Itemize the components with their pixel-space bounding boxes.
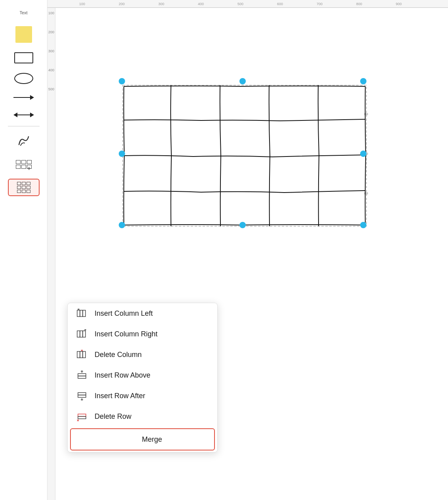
svg-text:700: 700 [317, 2, 323, 6]
ruler-label-400: 400 [48, 68, 54, 72]
ruler-left: 100 200 300 400 500 [47, 8, 55, 500]
sticky-note-icon [15, 26, 32, 43]
svg-text:400: 400 [198, 2, 204, 6]
ruler-label-300: 300 [48, 49, 54, 53]
svg-rect-31 [78, 395, 86, 397]
delete-row-icon [76, 410, 88, 423]
menu-item-delete-col[interactable]: Delete Column [68, 344, 217, 365]
canvas-content: Insert Column Left Insert Column Right [55, 8, 448, 500]
sidebar-item-ellipse[interactable] [8, 71, 40, 86]
delete-col-label: Delete Column [95, 351, 142, 359]
insert-col-left-label: Insert Column Left [95, 309, 153, 318]
svg-rect-34 [78, 414, 86, 416]
handle-bottom-left[interactable] [119, 222, 125, 228]
app-container: Text [0, 0, 448, 500]
svg-rect-30 [78, 393, 86, 395]
svg-rect-12 [80, 310, 83, 317]
svg-rect-11 [77, 310, 80, 317]
svg-rect-35 [78, 416, 86, 419]
svg-rect-18 [83, 331, 85, 337]
sidebar-item-grid-plus[interactable]: + [8, 155, 40, 174]
insert-row-after-icon [76, 389, 88, 402]
svg-rect-23 [83, 351, 85, 358]
svg-text:500: 500 [237, 2, 243, 6]
menu-item-insert-row-after[interactable]: Insert Row After [68, 385, 217, 406]
svg-text:600: 600 [277, 2, 283, 6]
handle-bottom-right[interactable] [360, 222, 366, 228]
insert-col-right-icon [76, 328, 88, 340]
sidebar-item-rect[interactable] [8, 50, 40, 66]
table-icon [17, 182, 30, 193]
ruler-label-100: 100 [48, 11, 54, 15]
sidebar-item-table[interactable] [8, 179, 40, 196]
svg-text:300: 300 [158, 2, 164, 6]
main-canvas[interactable]: 100 200 300 400 500 600 700 800 900 100 … [47, 0, 448, 500]
grid-plus-icon: + [17, 157, 31, 172]
double-arrow-icon [13, 111, 34, 119]
rect-icon [14, 52, 33, 63]
menu-item-delete-row[interactable]: Delete Row [68, 406, 217, 427]
handle-mid-left[interactable] [119, 151, 125, 157]
insert-row-above-label: Insert Row Above [95, 371, 150, 380]
delete-row-label: Delete Row [95, 412, 131, 421]
handle-mid-right[interactable] [360, 151, 366, 157]
insert-col-right-label: Insert Column Right [95, 330, 158, 338]
svg-rect-22 [80, 351, 83, 358]
sketch-table[interactable] [122, 84, 367, 227]
text-label: Text [19, 10, 27, 15]
sidebar: Text [0, 0, 47, 500]
svg-rect-13 [83, 310, 85, 317]
insert-col-left-icon [76, 307, 88, 320]
delete-col-icon [76, 348, 88, 361]
menu-item-insert-row-above[interactable]: Insert Row Above [68, 365, 217, 385]
ruler-top: 100 200 300 400 500 600 700 800 900 [47, 0, 448, 8]
insert-row-above-icon [76, 369, 88, 382]
sidebar-item-arrow1[interactable] [8, 91, 40, 104]
sidebar-item-freehand[interactable] [8, 131, 40, 150]
arrow-icon [13, 94, 34, 101]
svg-text:800: 800 [356, 2, 362, 6]
ellipse-icon [14, 73, 33, 84]
freehand-icon [17, 134, 31, 148]
handle-top-right[interactable] [360, 78, 366, 84]
svg-rect-27 [78, 376, 86, 378]
sidebar-item-text[interactable]: Text [8, 8, 40, 19]
sidebar-divider [8, 126, 40, 126]
menu-item-insert-col-left[interactable]: Insert Column Left [68, 303, 217, 324]
svg-rect-26 [78, 374, 86, 376]
merge-icon [77, 433, 90, 446]
menu-item-insert-col-right[interactable]: Insert Column Right [68, 324, 217, 344]
svg-text:900: 900 [396, 2, 402, 6]
handle-top-left[interactable] [119, 78, 125, 84]
insert-row-after-label: Insert Row After [95, 392, 145, 400]
handle-bottom-center[interactable] [239, 222, 246, 228]
context-menu: Insert Column Left Insert Column Right [67, 303, 218, 452]
svg-text:100: 100 [79, 2, 85, 6]
menu-item-merge[interactable]: Merge [70, 428, 215, 450]
svg-rect-21 [77, 351, 80, 358]
ruler-label-500: 500 [48, 87, 54, 91]
svg-rect-17 [80, 331, 83, 337]
ruler-label-200: 200 [48, 30, 54, 34]
sidebar-item-sticky[interactable] [8, 24, 40, 45]
sidebar-item-arrow2[interactable] [8, 109, 40, 121]
svg-text:200: 200 [119, 2, 125, 6]
svg-rect-16 [77, 331, 80, 337]
handle-top-center[interactable] [239, 78, 246, 84]
merge-label: Merge [96, 435, 208, 444]
